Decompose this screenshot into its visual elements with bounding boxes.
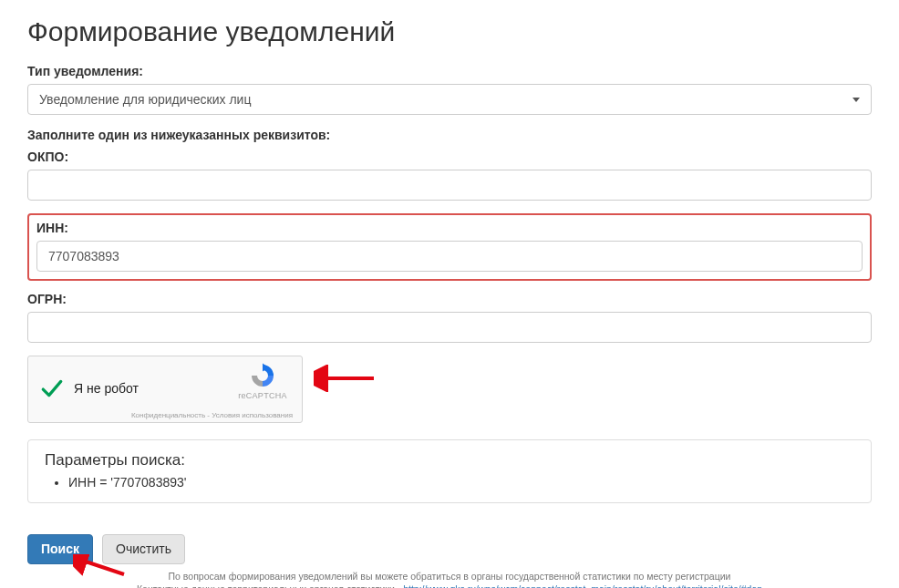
ogrn-label: ОГРН: [27, 292, 872, 306]
type-label: Тип уведомления: [27, 64, 872, 78]
footer-line1: По вопросам формирования уведомлений вы … [27, 570, 872, 583]
recaptcha-icon [249, 362, 276, 389]
type-select[interactable]: Уведомление для юридических лиц [27, 84, 872, 115]
panel-title: Параметры поиска: [45, 451, 854, 469]
okpo-group: ОКПО: [27, 150, 872, 201]
footer-line2a: Контактные данные территориальных органо… [137, 583, 403, 588]
instruction-text: Заполните один из нижеуказанных реквизит… [27, 128, 872, 142]
checkmark-icon [39, 376, 65, 401]
ogrn-group: ОГРН: [27, 292, 872, 343]
search-button[interactable]: Поиск [27, 534, 93, 564]
type-value: Уведомление для юридических лиц [39, 92, 251, 107]
button-row: Поиск Очистить [27, 534, 872, 564]
clear-button[interactable]: Очистить [102, 534, 185, 564]
recaptcha-brand: reCAPTCHA [232, 391, 293, 400]
chevron-down-icon [852, 98, 860, 102]
footer-text: По вопросам формирования уведомлений вы … [27, 570, 872, 588]
ogrn-input[interactable] [27, 312, 872, 343]
okpo-label: ОКПО: [27, 150, 872, 164]
inn-input[interactable] [36, 241, 863, 272]
footer-link[interactable]: http://www.gks.ru/wps/wcm/connect/rossta… [403, 583, 762, 588]
recaptcha-footer: Конфиденциальность - Условия использован… [131, 411, 293, 419]
page-title: Формирование уведомлений [27, 16, 872, 47]
recaptcha-widget[interactable]: Я не робот reCAPTCHA Конфиденциальность … [27, 356, 303, 423]
recaptcha-logo-area: reCAPTCHA [232, 362, 293, 400]
type-group: Тип уведомления: Уведомление для юридиче… [27, 64, 872, 115]
search-params-panel: Параметры поиска: ИНН = '7707083893' [27, 439, 872, 503]
inn-label: ИНН: [36, 221, 863, 235]
inn-highlight: ИНН: [27, 213, 872, 281]
okpo-input[interactable] [27, 170, 872, 201]
arrow-annotation-icon [314, 365, 377, 392]
panel-item: ИНН = '7707083893' [68, 475, 854, 490]
recaptcha-label: Я не робот [74, 381, 139, 396]
